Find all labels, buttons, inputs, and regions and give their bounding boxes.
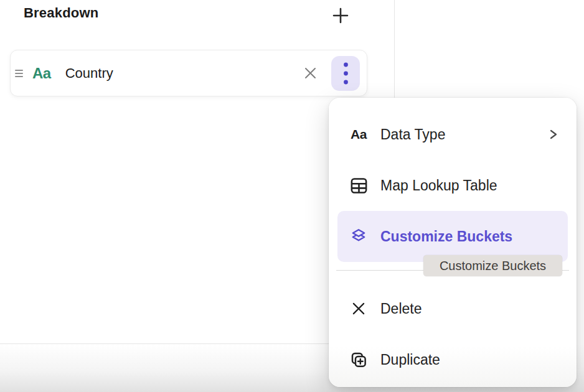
menu-item-map-lookup-table[interactable]: Map Lookup Table: [337, 160, 568, 211]
text-format-icon: Aa: [347, 127, 370, 142]
field-options-button[interactable]: [331, 56, 360, 91]
customize-buckets-tooltip: Customize Buckets: [423, 255, 562, 276]
menu-item-data-type[interactable]: Aa Data Type: [337, 109, 568, 160]
breakdown-panel: Breakdown Aa Country: [0, 0, 584, 392]
drag-handle-icon[interactable]: [14, 66, 24, 81]
menu-item-label: Map Lookup Table: [380, 177, 497, 194]
menu-item-duplicate[interactable]: Duplicate: [337, 334, 568, 385]
text-type-icon: Aa: [32, 65, 51, 82]
menu-item-label: Data Type: [380, 126, 445, 143]
x-icon: [302, 65, 319, 82]
menu-item-customize-buckets[interactable]: Customize Buckets: [337, 211, 568, 262]
field-options-menu: Aa Data Type Map Lookup Table: [329, 98, 577, 387]
menu-item-label: Duplicate: [380, 352, 440, 368]
plus-icon: [331, 6, 350, 25]
menu-item-label: Delete: [380, 301, 422, 317]
add-breakdown-button[interactable]: [330, 5, 351, 26]
field-name: Country: [65, 65, 113, 82]
menu-item-label: Customize Buckets: [380, 228, 512, 245]
page-title: Breakdown: [24, 5, 98, 21]
menu-item-delete[interactable]: Delete: [337, 283, 568, 334]
remove-field-button[interactable]: [301, 63, 320, 83]
x-icon: [347, 301, 370, 317]
vertical-dots-icon: [343, 62, 349, 85]
layers-icon: [347, 227, 370, 246]
breakdown-field-card: Aa Country: [10, 50, 367, 96]
chevron-right-icon: [549, 127, 558, 142]
table-icon: [347, 176, 370, 195]
copy-plus-icon: [347, 350, 370, 369]
